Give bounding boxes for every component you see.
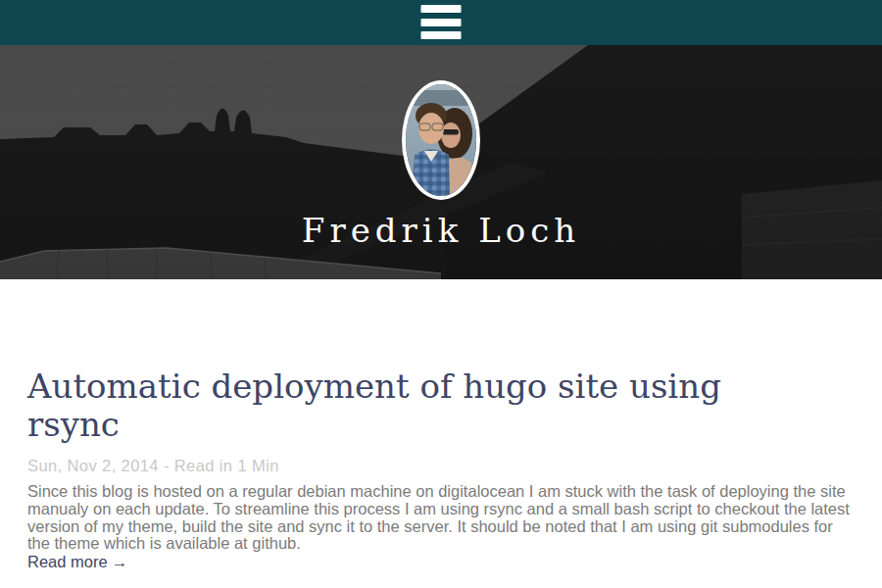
hero-banner: Fredrik Loch (0, 45, 882, 279)
hamburger-menu-icon[interactable] (421, 5, 462, 39)
site-owner-name: Fredrik Loch (302, 211, 580, 250)
post-excerpt: Since this blog is hosted on a regular d… (27, 483, 855, 553)
read-more-label: Read more (27, 553, 108, 570)
post-list: Automatic deployment of hugo site using … (0, 279, 882, 571)
hamburger-bar (421, 5, 462, 13)
post-meta: Sun, Nov 2, 2014 - Read in 1 Min (27, 457, 855, 475)
avatar-photo (406, 84, 476, 196)
post-title-link[interactable]: Automatic deployment of hugo site using … (27, 368, 811, 444)
read-more-link[interactable]: Read more→ (27, 554, 127, 571)
avatar (402, 80, 480, 200)
right-arrow-icon: → (108, 553, 128, 570)
hamburger-bar (421, 31, 462, 39)
top-navigation-bar (0, 0, 882, 45)
post-summary: Automatic deployment of hugo site using … (27, 368, 855, 571)
hero-content: Fredrik Loch (0, 45, 882, 279)
hamburger-bar (421, 19, 462, 26)
